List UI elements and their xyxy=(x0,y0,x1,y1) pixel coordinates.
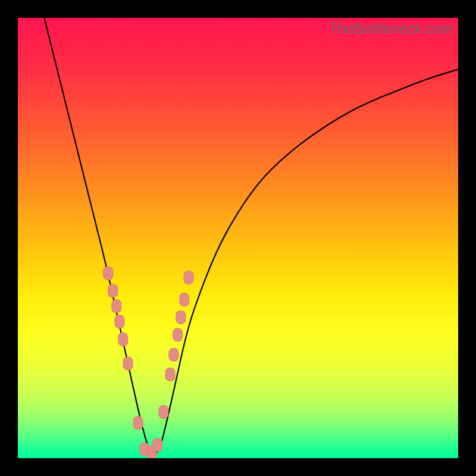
curve-marker xyxy=(108,284,118,298)
curve-marker xyxy=(159,405,168,418)
curve-marker xyxy=(184,271,193,284)
curve-marker xyxy=(123,357,133,370)
curve-marker xyxy=(180,293,189,306)
curve-marker xyxy=(104,267,113,280)
chart-svg xyxy=(18,18,458,458)
watermark-text: TheBottleneck.com xyxy=(329,20,453,37)
bottleneck-curve xyxy=(44,18,458,454)
curve-marker xyxy=(153,439,162,452)
curve-marker xyxy=(118,333,128,346)
curve-marker xyxy=(115,315,124,328)
curve-marker xyxy=(176,311,186,324)
outer-frame: TheBottleneck.com xyxy=(0,0,476,476)
curve-marker xyxy=(133,416,143,430)
curve-marker xyxy=(173,328,183,342)
plot-area: TheBottleneck.com xyxy=(18,18,458,458)
curve-marker xyxy=(165,368,175,381)
curve-marker xyxy=(169,348,178,361)
curve-marker xyxy=(112,300,121,313)
